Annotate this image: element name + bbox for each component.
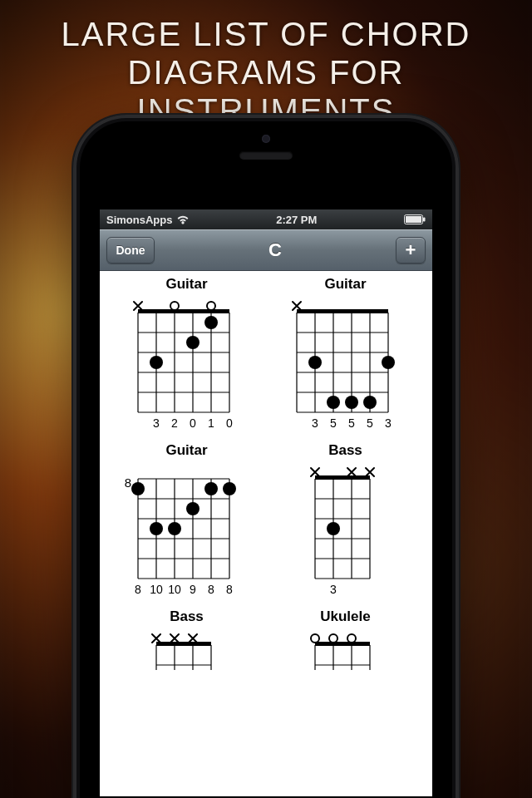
svg-text:0: 0 <box>190 416 196 430</box>
svg-point-66 <box>150 522 163 535</box>
nav-bar: Done C + <box>100 229 432 271</box>
chord-cell[interactable]: Ukulele <box>270 608 421 670</box>
chord-cell[interactable]: Guitar881010988 <box>111 442 262 603</box>
svg-text:3: 3 <box>385 416 392 430</box>
instrument-label: Guitar <box>324 276 366 293</box>
chord-diagram: 3 <box>295 462 397 603</box>
svg-point-16 <box>170 302 179 310</box>
promo-headline: LARGE LIST OF CHORDDIAGRAMS FOR INSTRUME… <box>0 15 532 130</box>
svg-point-17 <box>207 302 215 310</box>
content-area: Guitar32010Guitar35553Guitar881010988Bas… <box>100 271 432 796</box>
phone-camera <box>262 135 270 143</box>
svg-text:0: 0 <box>226 416 233 430</box>
chord-diagram: 881010988 <box>118 462 256 603</box>
screen: SimonsApps 2:27 PM Done C + Guitar32010G… <box>100 209 432 796</box>
svg-point-43 <box>363 396 377 409</box>
instrument-label: Guitar <box>165 276 207 293</box>
chord-diagram <box>136 628 238 670</box>
instrument-label: Ukulele <box>320 608 370 625</box>
svg-text:5: 5 <box>330 416 337 430</box>
svg-text:5: 5 <box>348 416 355 430</box>
svg-point-65 <box>186 502 200 515</box>
svg-text:10: 10 <box>150 583 163 596</box>
page-title: C <box>268 239 282 261</box>
svg-text:9: 9 <box>190 583 196 596</box>
wifi-icon <box>177 215 189 224</box>
chord-cell[interactable]: Bass3 <box>270 442 421 603</box>
svg-point-20 <box>150 356 163 369</box>
svg-text:8: 8 <box>135 583 141 596</box>
carrier-label: SimonsApps <box>106 214 172 226</box>
svg-rect-2 <box>423 218 426 222</box>
svg-text:8: 8 <box>208 583 214 596</box>
svg-point-19 <box>186 336 200 349</box>
svg-point-63 <box>223 482 236 495</box>
phone-frame: SimonsApps 2:27 PM Done C + Guitar32010G… <box>73 115 459 798</box>
clock-label: 2:27 PM <box>276 214 317 226</box>
chord-cell[interactable]: Bass <box>111 608 262 670</box>
chord-diagram: 32010 <box>118 296 256 437</box>
chord-cell[interactable]: Guitar32010 <box>111 276 262 437</box>
instrument-label: Bass <box>328 442 362 459</box>
svg-point-64 <box>204 482 218 495</box>
svg-point-67 <box>168 522 181 535</box>
instrument-label: Bass <box>170 608 204 625</box>
svg-point-109 <box>311 634 319 643</box>
status-bar: SimonsApps 2:27 PM <box>100 209 432 229</box>
svg-point-85 <box>327 522 340 535</box>
svg-text:10: 10 <box>168 583 181 596</box>
chord-grid: Guitar32010Guitar35553Guitar881010988Bas… <box>100 271 432 670</box>
svg-point-111 <box>347 634 356 643</box>
svg-point-18 <box>204 316 218 329</box>
svg-text:5: 5 <box>367 416 373 430</box>
svg-point-110 <box>329 634 337 643</box>
svg-point-41 <box>327 396 340 409</box>
chord-diagram: 35553 <box>277 296 415 437</box>
svg-point-62 <box>131 482 145 495</box>
svg-text:3: 3 <box>330 583 337 596</box>
svg-point-40 <box>308 356 322 369</box>
svg-text:1: 1 <box>208 416 214 430</box>
svg-text:2: 2 <box>171 416 178 430</box>
chord-diagram <box>295 628 397 670</box>
instrument-label: Guitar <box>165 442 207 459</box>
chord-cell[interactable]: Guitar35553 <box>270 276 421 437</box>
svg-rect-1 <box>406 216 421 223</box>
add-button[interactable]: + <box>396 237 426 264</box>
svg-text:8: 8 <box>124 475 131 490</box>
svg-text:3: 3 <box>312 416 318 430</box>
svg-point-42 <box>345 396 358 409</box>
done-button[interactable]: Done <box>106 237 155 264</box>
svg-text:8: 8 <box>226 583 233 596</box>
battery-icon <box>404 214 426 224</box>
phone-speaker <box>239 151 293 160</box>
svg-text:3: 3 <box>153 416 160 430</box>
svg-point-39 <box>382 356 395 369</box>
